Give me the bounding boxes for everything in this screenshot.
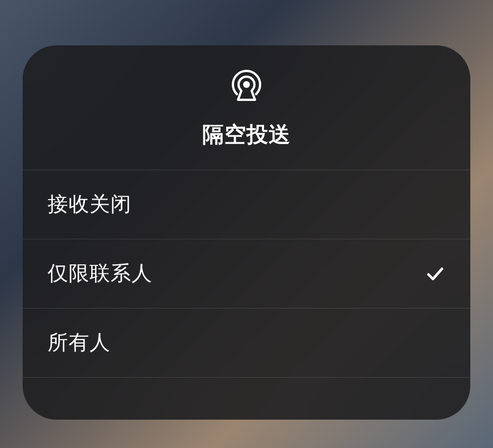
checkmark-icon [425, 264, 445, 284]
option-label: 接收关闭 [48, 191, 131, 218]
option-everyone[interactable]: 所有人 [23, 308, 470, 378]
panel-title: 隔空投送 [202, 120, 291, 149]
svg-point-0 [243, 81, 250, 88]
option-contacts-only[interactable]: 仅限联系人 [23, 239, 470, 308]
airdrop-settings-panel: 隔空投送 接收关闭 仅限联系人 所有人 [23, 45, 470, 420]
option-receiving-off[interactable]: 接收关闭 [23, 170, 470, 239]
option-label: 所有人 [48, 329, 110, 357]
panel-header: 隔空投送 [23, 45, 470, 170]
option-label: 仅限联系人 [48, 260, 152, 288]
airdrop-icon [229, 67, 264, 104]
